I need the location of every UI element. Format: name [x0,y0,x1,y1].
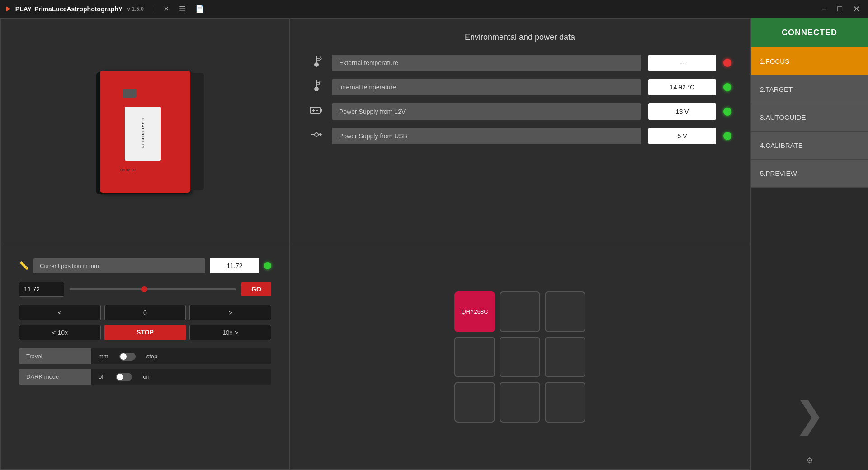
nav-center-button[interactable]: 0 [104,305,186,320]
device-side [190,73,204,190]
close-button[interactable]: ✕ [849,4,863,14]
svg-rect-0 [316,56,317,63]
dark-mode-toggle-thumb [117,374,123,380]
sidebar-item-autoguide[interactable]: 3.AUTOGUIDE [751,103,868,132]
internal-temp-label: Internal temperature [332,79,641,95]
dark-mode-right-val: on [136,369,156,385]
device-date: 03.03.07 [120,168,136,172]
camera-grid: QHY268C [454,291,585,423]
external-temp-indicator [723,59,731,67]
position-row: 📏 Current position in mm 11.72 [19,258,271,273]
cursor-icon[interactable]: ✕ [160,4,172,14]
nav-right-button[interactable]: > [189,305,271,320]
sidebar-target-label: 2.TARGET [760,85,793,93]
travel-toggle-thumb [120,353,127,360]
device-visual: ESAIT030113 03.03.07 [86,64,204,199]
external-temp-label: External temperature [332,55,641,71]
position-value: 11.72 [210,258,259,273]
window-controls: – □ ✕ [818,4,863,14]
sidebar-calibrate-label: 4.CALIBRATE [760,141,803,149]
camera-cell-1[interactable] [500,291,540,332]
sidebar-arrow-area: ❯ [751,188,868,451]
settings-icon[interactable]: ☰ [176,4,188,14]
camera-cell-0[interactable]: QHY268C [454,291,495,332]
input-slider-row: GO [19,282,271,297]
maximize-button[interactable]: □ [834,4,846,14]
power-12v-indicator [723,108,731,116]
go-button[interactable]: GO [241,282,271,296]
export-icon[interactable]: 📄 [193,4,207,14]
svg-point-5 [314,87,319,91]
battery-icon [308,105,325,118]
env-row-power-12v: Power Supply from 12V 13 V [308,103,731,120]
temp-down-icon [308,79,325,95]
brand-name: PrimaLuceAstrophotographY [34,5,123,13]
dark-mode-label: DARK mode [19,369,91,385]
camera-panel: QHY268C [290,244,750,470]
temp-up-icon [308,55,325,71]
device-label: ESAIT030113 [125,107,161,161]
travel-toggle[interactable] [119,352,136,361]
power-12v-label: Power Supply from 12V [332,103,641,120]
env-row-power-usb: Power Supply from USB 5 V [308,128,731,144]
svg-point-1 [314,62,319,67]
dark-mode-left-val: off [91,369,112,385]
nav-left-button[interactable]: < [19,305,101,320]
dark-mode-settings-row: DARK mode off on [19,369,271,385]
sidebar-item-target[interactable]: 2.TARGET [751,75,868,103]
svg-rect-9 [320,109,322,112]
power-usb-value: 5 V [648,128,716,144]
camera-cell-6[interactable] [454,382,495,423]
sidebar: CONNECTED 1.FOCUS 2.TARGET 3.AUTOGUIDE 4… [750,18,868,470]
env-title: Environmental and power data [308,33,731,42]
camera-cell-5[interactable] [545,337,585,377]
position-label: Current position in mm [33,258,205,273]
position-input[interactable] [19,282,64,297]
controls-panel: 📏 Current position in mm 11.72 GO < 0 > [0,244,290,470]
nav-left10-button[interactable]: < 10x [19,325,101,340]
sidebar-preview-label: 5.PREVIEW [760,169,797,177]
content-area: ESAIT030113 03.03.07 Environmental and p… [0,18,750,470]
env-row-internal-temp: Internal temperature 14.92 °C [308,79,731,95]
power-usb-label: Power Supply from USB [332,128,641,144]
svg-point-13 [315,133,318,136]
env-panel: Environmental and power data External te… [290,19,750,244]
nav-buttons-row1: < 0 > [19,305,271,320]
sidebar-item-preview[interactable]: 5.PREVIEW [751,160,868,188]
nav-right10-button[interactable]: 10x > [189,325,271,340]
camera-cell-3[interactable] [454,337,495,377]
big-arrow-icon: ❯ [794,397,825,433]
brand-logo: ► PLAY PrimaLuceAstrophotographY v 1.5.0 [5,4,144,14]
travel-right-val: step [139,348,165,364]
position-slider[interactable] [70,288,236,290]
device-connector [123,89,136,98]
sidebar-autoguide-label: 3.AUTOGUIDE [760,113,806,121]
internal-temp-indicator [723,83,731,91]
external-temp-value: -- [648,55,716,71]
power-usb-indicator [723,132,731,140]
camera-cell-4[interactable] [500,337,540,377]
slider-fill [70,288,145,290]
minimize-button[interactable]: – [818,4,830,14]
env-row-external-temp: External temperature -- [308,55,731,71]
dark-mode-toggle[interactable] [116,373,132,381]
nav-buttons-row2: < 10x STOP 10x > [19,325,271,340]
device-image-panel: ESAIT030113 03.03.07 [0,19,290,244]
titlebar: ► PLAY PrimaLuceAstrophotographY v 1.5.0… [0,0,868,18]
slider-thumb[interactable] [141,286,147,292]
connected-status: CONNECTED [751,18,868,47]
camera-cell-8[interactable] [545,382,585,423]
main-container: ESAIT030113 03.03.07 Environmental and p… [0,18,868,470]
version-label: v 1.5.0 [127,6,144,12]
stop-button[interactable]: STOP [104,325,185,340]
internal-temp-value: 14.92 °C [648,79,716,95]
settings-bottom-icon[interactable]: ⚙ [806,456,813,465]
travel-settings-row: Travel mm step [19,348,271,364]
sidebar-item-focus[interactable]: 1.FOCUS [751,47,868,75]
camera-cell-7[interactable] [500,382,540,423]
sidebar-bottom-icon: ⚙ [751,451,868,470]
device-body: ESAIT030113 03.03.07 [100,70,190,193]
sidebar-item-calibrate[interactable]: 4.CALIBRATE [751,132,868,160]
camera-cell-2[interactable] [545,291,585,332]
ruler-icon: 📏 [19,261,29,271]
